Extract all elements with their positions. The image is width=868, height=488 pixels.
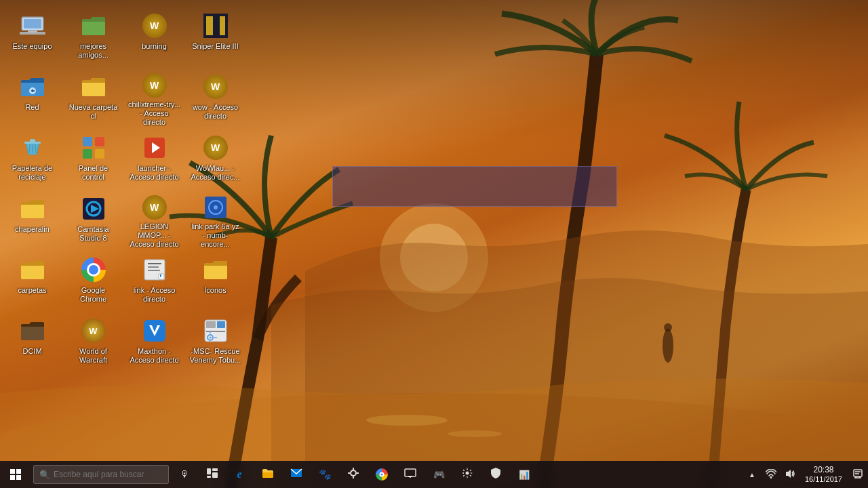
notification-button[interactable]: [848, 461, 868, 488]
settings-icon: [462, 468, 473, 481]
svg-rect-24: [95, 149, 104, 159]
desktop-icon-chaperalin[interactable]: chaperalin: [3, 190, 61, 251]
desktop-icon-maxthon[interactable]: Maxthon - Acceso directo: [125, 312, 183, 373]
desktop-icon-papelera[interactable]: Papelera de reciclaje: [3, 129, 61, 190]
svg-rect-34: [148, 263, 161, 264]
carpetas-label: carpetas: [18, 286, 46, 295]
svg-rect-49: [207, 468, 211, 474]
launcher-icon: [141, 134, 168, 161]
wow-launcher-label: WoWlau... - Acceso direc...: [189, 164, 241, 182]
desktop-icon-wow-launcher[interactable]: W WoWlau... - Acceso direc...: [186, 129, 244, 190]
taskbar-shield-button[interactable]: [482, 461, 509, 488]
legion-mmop-icon: W: [141, 195, 168, 220]
search-box[interactable]: 🔍: [33, 465, 169, 484]
este-equipo-label: Este equipo: [12, 42, 52, 51]
microphone-button[interactable]: 🎙: [172, 461, 199, 488]
desktop-icon-mejores-amigos[interactable]: mejores amigos...: [64, 7, 122, 68]
iconos-label: Iconos: [204, 286, 226, 295]
taskbar: 🔍 🎙 e: [0, 461, 868, 488]
desktop-icons-container: Este equipo mejores amigos... W burning: [0, 0, 285, 461]
tools-icon: [348, 468, 359, 481]
desktop-icon-camtasia[interactable]: Camtasia Studio 8: [64, 190, 122, 251]
svg-rect-50: [212, 468, 218, 471]
desktop-icon-panel-control[interactable]: Panel de control: [64, 129, 122, 190]
svg-rect-17: [24, 142, 41, 144]
svg-rect-22: [95, 137, 104, 146]
desktop-icon-link-park[interactable]: link park 6a yz - numb-encore...: [186, 190, 244, 251]
task-view-button[interactable]: [199, 461, 226, 488]
msc-rescue-icon: [202, 317, 229, 344]
taskbar-explorer-button[interactable]: [254, 461, 281, 488]
network-icon: [766, 469, 776, 481]
desktop-icon-iconos[interactable]: Iconos: [186, 251, 244, 312]
folder-iconos-icon: [202, 256, 229, 283]
svg-line-18: [29, 144, 30, 153]
svg-rect-36: [148, 270, 160, 271]
taskbar-screen-button[interactable]: [397, 461, 424, 488]
desktop-icon-world-of-warcraft[interactable]: W World of Warcraft: [64, 312, 122, 373]
svg-rect-41: [217, 321, 225, 328]
svg-point-4: [366, 415, 448, 426]
svg-rect-35: [148, 266, 159, 268]
system-clock[interactable]: 20:38 16/11/2017: [800, 461, 848, 488]
wow-launcher-icon: W: [202, 134, 229, 161]
svg-rect-51: [212, 472, 218, 478]
desktop-icon-legion-mmop[interactable]: W LEGION MMOP... - Acceso directo: [125, 190, 183, 251]
wow-burning-icon: W: [141, 12, 168, 39]
wow-acceso-icon: W: [202, 73, 229, 100]
folder-green-icon: [80, 12, 107, 39]
svg-point-62: [466, 472, 469, 475]
desktop-icon-msc-rescue[interactable]: -MSC- Rescue Venemy Tobu...: [186, 312, 244, 373]
center-window: [332, 166, 617, 207]
folder-blue-icon: [19, 73, 46, 100]
search-input[interactable]: [54, 470, 162, 479]
folder-dcim-icon: [19, 317, 46, 344]
svg-rect-13: [206, 16, 213, 35]
tray-expand-button[interactable]: ▲: [743, 461, 762, 488]
taskbar-tools-button[interactable]: [340, 461, 367, 488]
control-panel-icon: [80, 134, 107, 161]
taskbar-steam-button[interactable]: 🎮: [425, 461, 452, 488]
taskbar-mail-button[interactable]: [283, 461, 310, 488]
world-of-warcraft-label: World of Warcraft: [67, 347, 119, 365]
desktop-icon-este-equipo[interactable]: Este equipo: [3, 7, 61, 68]
search-icon-taskbar: 🔍: [39, 470, 50, 480]
desktop-icon-nueva-carpeta[interactable]: Nueva carpeta cl: [64, 68, 122, 129]
link-acceso-icon: [141, 256, 168, 283]
svg-rect-46: [16, 469, 21, 474]
taskbar-edge-button[interactable]: e: [226, 461, 253, 488]
desktop-icon-chillxtreme[interactable]: W chillxtreme-try... - Acceso directo: [125, 68, 183, 129]
desktop-icon-link-acceso[interactable]: link - Acceso directo: [125, 251, 183, 312]
desktop-icon-wow-acceso[interactable]: W wow - Acceso directo: [186, 68, 244, 129]
tray-volume-button[interactable]: [781, 461, 800, 488]
legion-mmop-label: LEGION MMOP... - Acceso directo: [128, 222, 180, 249]
taskbar-paw-button[interactable]: 🐾: [311, 461, 338, 488]
sniper-elite-icon: [202, 12, 229, 39]
tray-network-icon[interactable]: [762, 461, 781, 488]
svg-rect-23: [83, 149, 92, 159]
laptop-icon: [19, 12, 46, 39]
desktop-icon-launcher[interactable]: launcher - Acceso directo: [125, 129, 183, 190]
desktop-icon-sniper-elite[interactable]: Sniper Elite III: [186, 7, 244, 68]
svg-point-1: [380, 203, 488, 312]
mic-icon: 🎙: [180, 469, 190, 480]
wow-world-icon: W: [80, 317, 107, 344]
steam-icon: 🎮: [433, 469, 445, 480]
desktop-icon-burning[interactable]: W burning: [125, 7, 183, 68]
task-view-icon: [207, 468, 218, 481]
link-park-icon: [202, 195, 229, 220]
svg-rect-59: [405, 469, 416, 476]
desktop-icon-red[interactable]: Red: [3, 68, 61, 129]
start-button[interactable]: [0, 461, 31, 488]
maxthon-label: Maxthon - Acceso directo: [128, 347, 180, 365]
svg-line-20: [35, 144, 36, 153]
desktop-icon-carpetas[interactable]: carpetas: [3, 251, 61, 312]
chaperalin-label: chaperalin: [15, 225, 50, 234]
taskbar-chrome-button[interactable]: [368, 461, 395, 488]
svg-marker-64: [786, 470, 791, 478]
gpu-icon: 📊: [519, 470, 530, 480]
desktop-icon-dcim[interactable]: DCIM: [3, 312, 61, 373]
desktop-icon-google-chrome[interactable]: Google Chrome: [64, 251, 122, 312]
taskbar-gpu-button[interactable]: 📊: [511, 461, 538, 488]
taskbar-settings-button[interactable]: [454, 461, 481, 488]
